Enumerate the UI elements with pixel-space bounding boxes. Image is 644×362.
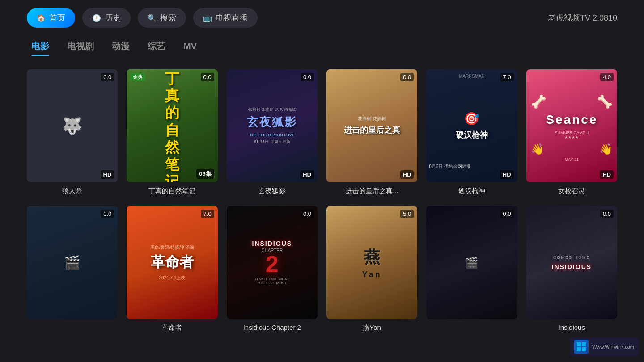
svg-rect-1 (582, 342, 586, 346)
movie-card-5[interactable]: MARKSMAN 🎯 硬汉枪神 7.0 8月6日 优酷全网独播 HD 硬汉枪神 (426, 69, 517, 195)
search-icon: 🔍 (148, 14, 157, 22)
poster-bg-2: 范丞丞 德姬 花花·德勒格尔 特浓 丁真的自然笔记 (127, 69, 217, 182)
watermark: Www.Winwin7.com (570, 337, 639, 357)
svg-rect-2 (577, 347, 581, 351)
uyouku-badge: 8月6日 优酷全网独播 (429, 164, 471, 170)
watermark-text: Www.Winwin7.com (592, 344, 634, 349)
poster-bg-6: 🦴 🦴 Seance SUMMER CAMP II★★★★ 👋 👋 MAY 21 (526, 69, 617, 182)
movie-card-8[interactable]: 黑白/鲁迅/特摄/李泽灏 革命者 2021.7.1上映 7.0 革命者 (127, 206, 217, 332)
title-3: 玄夜狐影 (227, 187, 318, 195)
poster-bg-12: COMES HOME INSIDIOUS (526, 206, 617, 319)
category-tabs: 电影 电视剧 动漫 综艺 MV (0, 36, 644, 56)
status-1: HD (101, 170, 114, 179)
rating-4: 0.0 (400, 73, 414, 81)
movie-card-12[interactable]: COMES HOME INSIDIOUS 0.0 Insidious (526, 206, 617, 332)
movie-poster-3: 张彬彬 宋雨琦 龙飞 路嘉欣 玄夜狐影 THE FOX DEMON LOVE 6… (227, 69, 318, 182)
movie-poster-10: 燕 Yan 5.0 (326, 206, 417, 319)
rating-11: 0.0 (500, 210, 514, 218)
tab-mv[interactable]: MV (183, 41, 197, 55)
seance-title: Seance (546, 113, 597, 127)
title-1: 狼人杀 (27, 187, 118, 195)
movie-card-1[interactable]: 🐺 0.0 HD 狼人杀 (27, 69, 118, 195)
movie-poster-9: INSIDIOUS CHAPTER 2 IT WILL TAKE WHATYOU… (227, 206, 318, 319)
tab-movies[interactable]: 电影 (31, 40, 49, 56)
rating-2: 0.0 (201, 73, 214, 81)
title-5: 硬汉枪神 (426, 187, 517, 195)
poster-bg-4: 花辞树 花辞树 进击的皇后之真 (326, 69, 417, 182)
app-title: 老虎视频TV 2.0810 (548, 13, 617, 23)
watermark-logo (574, 340, 589, 354)
movie-card-6[interactable]: 🦴 🦴 Seance SUMMER CAMP II★★★★ 👋 👋 MAY 21… (526, 69, 617, 195)
rating-9: 0.0 (301, 210, 314, 218)
tv-icon: 📺 (203, 14, 212, 22)
poster-bg-9: INSIDIOUS CHAPTER 2 IT WILL TAKE WHATYOU… (227, 206, 318, 319)
history-icon: 🕐 (92, 14, 101, 22)
rating-7: 0.0 (101, 210, 114, 218)
rating-12: 0.0 (600, 210, 614, 218)
nav-search-label: 搜索 (160, 13, 176, 23)
title-4: 进击的皇后之真... (326, 187, 417, 195)
movie-card-2[interactable]: 范丞丞 德姬 花花·德勒格尔 特浓 丁真的自然笔记 金典 0.0 06集 丁真的… (127, 69, 217, 195)
home-icon: 🏠 (37, 14, 46, 22)
nav-home[interactable]: 🏠 首页 (27, 8, 75, 28)
poster-bg-8: 黑白/鲁迅/特摄/李泽灏 革命者 2021.7.1上映 (127, 206, 217, 319)
movie-poster-11: 🎬 0.0 (426, 206, 517, 319)
tab-tv[interactable]: 电视剧 (67, 40, 94, 56)
nav-history-label: 历史 (105, 13, 121, 23)
status-3: HD (300, 170, 314, 179)
topbar: 🏠 首页 🕐 历史 🔍 搜索 📺 电视直播 老虎视频TV 2.0810 (0, 0, 644, 36)
movie-poster-7: 🎬 0.0 (27, 206, 118, 319)
status-6: HD (600, 170, 614, 179)
rating-3: 0.0 (301, 73, 314, 81)
title-12: Insidious (526, 324, 617, 331)
rating-1: 0.0 (101, 73, 114, 81)
title-2: 丁真的自然笔记 (127, 187, 217, 195)
nav-tv-label: 电视直播 (216, 13, 248, 23)
movie-poster-8: 黑白/鲁迅/特摄/李泽灏 革命者 2021.7.1上映 7.0 (127, 206, 217, 319)
movie-card-3[interactable]: 张彬彬 宋雨琦 龙飞 路嘉欣 玄夜狐影 THE FOX DEMON LOVE 6… (227, 69, 318, 195)
rating-10: 5.0 (400, 210, 414, 218)
title-8: 革命者 (127, 324, 217, 332)
poster-bg-1: 🐺 (27, 69, 118, 182)
movie-grid-row2: 🎬 0.0 黑白/鲁迅/特摄/李泽灏 革命者 2021.7.1上映 7.0 革命… (27, 206, 617, 332)
movie-poster-5: MARKSMAN 🎯 硬汉枪神 7.0 8月6日 优酷全网独播 HD (426, 69, 517, 182)
movie-card-11[interactable]: 🎬 0.0 (426, 206, 517, 332)
nav-home-label: 首页 (49, 13, 65, 23)
status-4: HD (400, 170, 414, 179)
title-6: 女校召灵 (526, 187, 617, 195)
svg-rect-3 (582, 347, 586, 351)
title-9: Insidious Chapter 2 (227, 324, 318, 331)
poster-bg-11: 🎬 (426, 206, 517, 319)
nav-search[interactable]: 🔍 搜索 (138, 8, 186, 28)
poster-bg-10: 燕 Yan (326, 206, 417, 319)
tab-variety[interactable]: 综艺 (148, 40, 165, 56)
movie-poster-2: 范丞丞 德姬 花花·德勒格尔 特浓 丁真的自然笔记 金典 0.0 06集 (127, 69, 217, 182)
movie-card-9[interactable]: INSIDIOUS CHAPTER 2 IT WILL TAKE WHATYOU… (227, 206, 318, 332)
nav-history[interactable]: 🕐 历史 (82, 8, 131, 28)
movie-card-4[interactable]: 花辞树 花辞树 进击的皇后之真 0.0 HD 进击的皇后之真... (326, 69, 417, 195)
movie-poster-12: COMES HOME INSIDIOUS 0.0 (526, 206, 617, 319)
title-10: 燕Yan (326, 324, 417, 332)
movie-grid-row1: 🐺 0.0 HD 狼人杀 范丞丞 德姬 花花·德勒格尔 特浓 丁真的自然笔记 金… (27, 69, 617, 195)
movie-poster-1: 🐺 0.0 HD (27, 69, 118, 182)
windows-icon (576, 341, 587, 352)
rating-6: 4.0 (600, 73, 614, 81)
movie-card-10[interactable]: 燕 Yan 5.0 燕Yan (326, 206, 417, 332)
jidian-badge: 金典 (130, 73, 145, 81)
rating-5: 7.0 (500, 73, 514, 81)
poster-bg-3: 张彬彬 宋雨琦 龙飞 路嘉欣 玄夜狐影 THE FOX DEMON LOVE 6… (227, 69, 318, 182)
nav-tv[interactable]: 📺 电视直播 (193, 8, 258, 28)
rating-8: 7.0 (201, 210, 214, 218)
movie-poster-4: 花辞树 花辞树 进击的皇后之真 0.0 HD (326, 69, 417, 182)
movie-poster-6: 🦴 🦴 Seance SUMMER CAMP II★★★★ 👋 👋 MAY 21… (526, 69, 617, 182)
episode-2: 06集 (196, 169, 214, 179)
svg-rect-0 (577, 342, 581, 346)
tab-anime[interactable]: 动漫 (112, 40, 130, 56)
poster-bg-7: 🎬 (27, 206, 118, 319)
movie-card-7[interactable]: 🎬 0.0 (27, 206, 118, 332)
content-area: 🐺 0.0 HD 狼人杀 范丞丞 德姬 花花·德勒格尔 特浓 丁真的自然笔记 金… (0, 56, 644, 332)
status-5: HD (500, 170, 514, 179)
